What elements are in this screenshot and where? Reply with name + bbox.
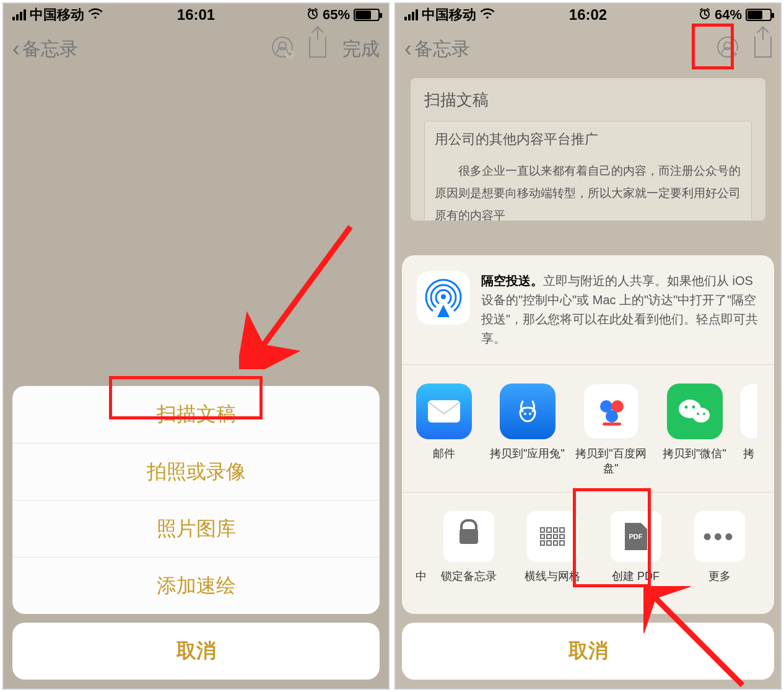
chevron-left-icon: ‹ [12, 36, 20, 62]
nav-bar: ‹ 备忘录 + [396, 27, 780, 71]
lock-icon [443, 511, 494, 562]
chevron-left-icon: ‹ [404, 36, 412, 62]
airdrop-icon [417, 271, 470, 325]
svg-point-3 [441, 294, 446, 299]
share-button[interactable] [754, 37, 772, 62]
action-more[interactable]: ••• 更多 [677, 511, 761, 598]
share-app-more-partial[interactable]: 拷 [736, 383, 761, 476]
person-plus-icon: + [272, 37, 293, 58]
battery-percent: 64% [715, 7, 742, 23]
back-button[interactable]: ‹ 备忘录 [12, 36, 78, 62]
wifi-icon [480, 8, 495, 22]
airdrop-section[interactable]: 隔空投送。立即与附近的人共享。如果他们从 iOS 设备的"控制中心"或 Mac … [402, 255, 774, 364]
battery-icon [354, 9, 380, 21]
pdf-icon: PDF [611, 511, 661, 562]
grid-icon [527, 511, 578, 562]
more-icon: ••• [694, 511, 745, 562]
status-bar: 中国移动 16:02 64% [396, 4, 780, 26]
svg-point-12 [692, 408, 710, 423]
share-apps-row[interactable]: 邮件 拷贝到"应用兔" 拷贝到"百度网盘" [402, 365, 774, 492]
scanned-page: 用公司的其他内容平台推广 很多企业一直以来都有着自己的内容，而注册公众号的原因则… [424, 121, 752, 221]
alarm-icon [307, 7, 319, 23]
airdrop-title: 隔空投送。 [481, 274, 543, 287]
app-label: 拷 [743, 447, 754, 475]
action-label: 中 [416, 569, 427, 598]
action-label: 更多 [708, 569, 731, 598]
carrier-label: 中国移动 [422, 6, 476, 24]
battery-icon [746, 9, 772, 21]
screenshot-pair: 中国移动 16:01 65% ‹ 备忘录 + [0, 0, 784, 692]
sheet-photo-library[interactable]: 照片图库 [12, 500, 380, 557]
svg-point-9 [606, 410, 618, 423]
app-label: 拷贝到"微信" [663, 447, 726, 475]
app-label: 拷贝到"应用兔" [490, 447, 565, 475]
svg-point-14 [692, 406, 695, 409]
scan-title: 扫描文稿 [424, 89, 752, 111]
mail-icon [416, 383, 472, 439]
share-button[interactable] [309, 37, 326, 62]
rabbit-icon [500, 383, 555, 439]
svg-point-15 [697, 413, 699, 415]
svg-rect-10 [603, 423, 621, 426]
back-label: 备忘录 [414, 37, 470, 62]
svg-point-16 [703, 413, 705, 415]
battery-percent: 65% [323, 7, 350, 23]
status-bar: 中国移动 16:01 65% [4, 4, 388, 26]
scan-heading: 用公司的其他内容平台推广 [435, 130, 741, 149]
add-person-button[interactable]: + [272, 37, 293, 62]
action-sheet-list: 扫描文稿 拍照或录像 照片图库 添加速绘 [12, 386, 380, 614]
clock-label: 16:02 [569, 6, 607, 24]
svg-point-6 [529, 413, 531, 415]
clock-label: 16:01 [177, 6, 215, 24]
share-app-baidu-pan[interactable]: 拷贝到"百度网盘" [569, 383, 653, 476]
sheet-add-sketch[interactable]: 添加速绘 [12, 557, 380, 614]
action-label: 锁定备忘录 [441, 569, 497, 598]
wechat-icon [667, 383, 723, 439]
cancel-button[interactable]: 取消 [402, 623, 774, 680]
action-sheet: 扫描文稿 拍照或录像 照片图库 添加速绘 取消 [12, 386, 380, 680]
app-label: 拷贝到"百度网盘" [569, 447, 653, 476]
wifi-icon [88, 8, 103, 22]
action-lines-grid[interactable]: 横线与网格 [510, 511, 594, 598]
sheet-scan-documents[interactable]: 扫描文稿 [12, 386, 380, 443]
phone-left: 中国移动 16:01 65% ‹ 备忘录 + [2, 2, 390, 690]
done-button[interactable]: 完成 [342, 37, 380, 62]
nav-bar: ‹ 备忘录 + 完成 [4, 27, 388, 71]
svg-point-13 [684, 406, 687, 409]
back-label: 备忘录 [22, 37, 78, 62]
cancel-button[interactable]: 取消 [12, 623, 380, 680]
scan-body: 很多企业一直以来都有着自己的内容，而注册公众号的原因则是想要向移动端转型，所以大… [435, 160, 741, 221]
signal-icon [404, 9, 418, 20]
svg-rect-4 [428, 400, 460, 423]
baidu-pan-icon [583, 383, 639, 439]
partial-icon [739, 383, 758, 439]
share-actions-row[interactable]: 中 锁定备忘录 横线与网格 PDF 创建 PDF • [402, 493, 774, 614]
action-leading-partial: 中 [402, 511, 427, 598]
share-panel: 隔空投送。立即与附近的人共享。如果他们从 iOS 设备的"控制中心"或 Mac … [402, 255, 774, 614]
svg-point-5 [524, 413, 526, 415]
action-label: 创建 PDF [612, 569, 660, 598]
back-button[interactable]: ‹ 备忘录 [404, 36, 470, 62]
add-person-button[interactable]: + [717, 37, 738, 62]
sheet-take-photo[interactable]: 拍照或录像 [12, 443, 380, 500]
signal-icon [12, 9, 26, 20]
person-plus-icon: + [717, 37, 738, 58]
share-app-yingyongtu[interactable]: 拷贝到"应用兔" [486, 383, 569, 476]
action-create-pdf[interactable]: PDF 创建 PDF [594, 511, 677, 598]
carrier-label: 中国移动 [30, 6, 84, 24]
app-label: 邮件 [433, 447, 455, 475]
action-label: 横线与网格 [525, 569, 580, 598]
action-lock-note[interactable]: 锁定备忘录 [427, 511, 510, 598]
share-icon [309, 37, 326, 58]
note-scan-card: 扫描文稿 用公司的其他内容平台推广 很多企业一直以来都有着自己的内容，而注册公众… [411, 78, 765, 221]
share-app-mail[interactable]: 邮件 [402, 383, 486, 476]
share-app-wechat[interactable]: 拷贝到"微信" [653, 383, 736, 476]
alarm-icon [699, 7, 711, 23]
phone-right: 中国移动 16:02 64% ‹ 备忘录 + [394, 2, 782, 690]
airdrop-description: 隔空投送。立即与附近的人共享。如果他们从 iOS 设备的"控制中心"或 Mac … [481, 271, 759, 348]
share-sheet: 隔空投送。立即与附近的人共享。如果他们从 iOS 设备的"控制中心"或 Mac … [402, 255, 774, 680]
share-icon [754, 37, 772, 58]
